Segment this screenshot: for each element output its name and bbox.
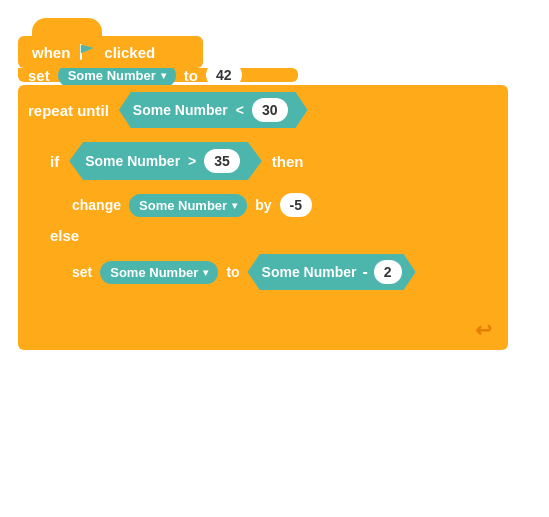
- repeat-block[interactable]: repeat until Some Number < 30 if Some Nu…: [18, 85, 508, 350]
- if-header: if Some Number > 35 then: [40, 135, 504, 187]
- if-body: change Some Number ▾ by -5: [62, 187, 500, 223]
- if-bottom-cap: [40, 300, 504, 306]
- if-cond-op: >: [188, 153, 196, 169]
- flag-icon: [78, 43, 96, 61]
- if-cond-var: Some Number: [85, 153, 180, 169]
- change-variable[interactable]: Some Number ▾: [129, 194, 247, 217]
- repeat-cond-value[interactable]: 30: [252, 98, 288, 122]
- repeat-label: repeat until: [28, 102, 109, 119]
- clicked-label: clicked: [104, 44, 155, 61]
- set2-variable[interactable]: Some Number ▾: [100, 261, 218, 284]
- set-block-2[interactable]: set Some Number ▾ to Some Number - 2: [62, 248, 500, 296]
- repeat-cond-var: Some Number: [133, 102, 228, 118]
- change-value[interactable]: -5: [280, 193, 312, 217]
- repeat-condition[interactable]: Some Number < 30: [119, 92, 308, 128]
- set-label-1: set: [28, 67, 50, 84]
- then-label: then: [272, 153, 304, 170]
- change-block[interactable]: change Some Number ▾ by -5: [62, 187, 500, 223]
- when-label: when: [32, 44, 70, 61]
- set-block-1[interactable]: set Some Number ▾ to 42: [18, 68, 298, 82]
- repeat-header: repeat until Some Number < 30: [18, 85, 508, 135]
- to-label-2: to: [226, 264, 239, 280]
- if-condition[interactable]: Some Number > 35: [69, 142, 262, 180]
- change-label: change: [72, 197, 121, 213]
- else-body: set Some Number ▾ to Some Number - 2: [62, 248, 500, 300]
- repeat-body: if Some Number > 35 then change: [40, 135, 504, 310]
- undo-icon: ↩: [467, 314, 500, 346]
- repeat-bottom: ↩: [18, 310, 508, 350]
- else-label: else: [40, 223, 504, 248]
- set2-rhs-var: Some Number: [262, 264, 357, 280]
- dropdown-arrow-change: ▾: [232, 200, 237, 211]
- dropdown-arrow-2: ▾: [203, 267, 208, 278]
- set2-rhs-op: -: [363, 263, 368, 281]
- repeat-cond-op: <: [236, 102, 244, 118]
- set2-rhs-value[interactable]: 2: [374, 260, 402, 284]
- set-label-2: set: [72, 264, 92, 280]
- scratch-program: when clicked set Some Number ▾ to 42: [10, 36, 520, 350]
- to-label-1: to: [184, 67, 198, 84]
- set2-rhs[interactable]: Some Number - 2: [248, 254, 416, 290]
- hat-block[interactable]: when clicked: [18, 36, 203, 68]
- if-cond-value[interactable]: 35: [204, 149, 240, 173]
- if-label: if: [50, 153, 59, 170]
- by-label: by: [255, 197, 271, 213]
- dropdown-arrow-1: ▾: [161, 70, 166, 81]
- if-block[interactable]: if Some Number > 35 then change: [40, 135, 504, 306]
